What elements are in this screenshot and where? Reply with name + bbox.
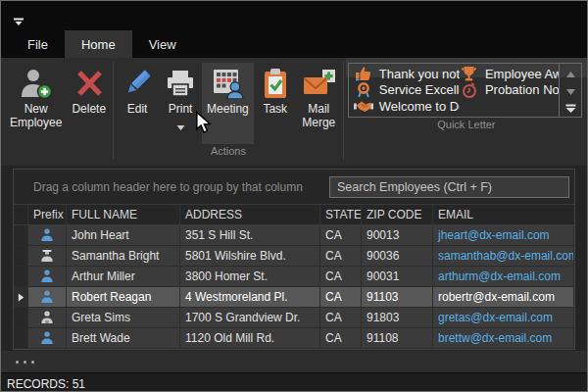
cell-full-name: Brett Wade xyxy=(67,328,180,348)
delete-button[interactable]: Delete xyxy=(67,63,111,144)
cell-email[interactable]: brettw@dx-email.com xyxy=(433,328,574,348)
search-input[interactable] xyxy=(329,176,569,198)
trophy-icon xyxy=(460,66,479,81)
table-row-greta-sims[interactable]: Greta Sims1700 S Grandview Dr.CA91803gre… xyxy=(14,308,574,328)
quick-letter-gallery: Thank you noteService ExcellenceWelcome … xyxy=(348,63,582,118)
grid-header-row: PrefixFULL NAMEADDRESSSTATEZIP CODEEMAIL xyxy=(14,204,574,225)
gallery-item-service-excellence[interactable]: Service Excellence xyxy=(354,82,460,99)
table-row-samantha-bright[interactable]: Samantha Bright5801 Wilshire Blvd.CA9003… xyxy=(14,246,574,267)
ribbon-button-row: EditPrintMeetingTaskMail Merge xyxy=(116,58,341,144)
gallery-item-thank-you-note[interactable]: Thank you note xyxy=(354,66,460,82)
cell-email[interactable]: jheart@dx-email.com xyxy=(433,225,574,245)
column-header-zip-code[interactable]: ZIP CODE xyxy=(362,205,433,224)
row-indicator xyxy=(14,267,28,286)
gallery-item-label: Welcome to DevAV xyxy=(379,99,460,114)
cell-state: CA xyxy=(320,287,362,307)
gallery-item-label: Thank you note xyxy=(379,67,460,81)
gallery-expand-icon xyxy=(565,99,576,117)
cell-full-name: Arthur Miller xyxy=(67,267,180,286)
overflow-dots-strip[interactable] xyxy=(1,351,587,372)
clock-icon xyxy=(460,82,479,98)
column-header-prefix[interactable]: Prefix xyxy=(28,205,67,224)
records-count: RECORDS: 51 xyxy=(7,377,85,391)
grid-body: John Heart351 S Hill St.CA90013jheart@dx… xyxy=(14,225,574,349)
cell-full-name: John Heart xyxy=(67,225,180,245)
dropdown-arrow-icon xyxy=(176,120,185,133)
print-icon xyxy=(165,65,196,102)
cell-state: CA xyxy=(320,308,362,327)
cell-zip-code: 90013 xyxy=(362,225,433,245)
cell-state: CA xyxy=(320,246,362,266)
cell-state: CA xyxy=(320,328,362,348)
table-row-brett-wade[interactable]: Brett Wade1120 Old Mill Rd.CA91108brettw… xyxy=(14,328,574,349)
gallery-item-probation-notice[interactable]: Probation Notice xyxy=(460,82,559,99)
cell-zip-code: 90036 xyxy=(362,246,433,266)
table-row-arthur-miller[interactable]: Arthur Miller3800 Homer St.CA90031arthur… xyxy=(14,267,574,287)
cell-email[interactable]: gretas@dx-email.com xyxy=(433,308,574,327)
meeting-button[interactable]: Meeting xyxy=(202,63,254,144)
gallery-scroll-up-button[interactable] xyxy=(560,64,581,81)
gallery-item-welcome-to-devav[interactable]: Welcome to DevAV xyxy=(354,98,460,115)
mail-merge-button[interactable]: Mail Merge xyxy=(297,63,341,144)
scroll-down-icon xyxy=(566,81,575,99)
cell-zip-code: 91103 xyxy=(362,287,433,307)
male-person-icon xyxy=(28,267,67,286)
gallery-scroll-strip xyxy=(559,64,581,117)
row-indicator-header xyxy=(14,205,28,224)
quick-access-chevron-icon[interactable] xyxy=(13,13,24,30)
table-row-robert-reagan[interactable]: Robert Reagan4 Westmoreland Pl.CA91103ro… xyxy=(14,287,574,308)
column-header-full-name[interactable]: FULL NAME xyxy=(67,205,180,224)
tab-file[interactable]: File xyxy=(11,30,65,58)
table-row-john-heart[interactable]: John Heart351 S Hill St.CA90013jheart@dx… xyxy=(14,225,574,246)
row-indicator xyxy=(14,225,28,245)
gallery-expand-button[interactable] xyxy=(560,99,581,117)
cell-zip-code: 90031 xyxy=(362,267,433,286)
print-button[interactable]: Print xyxy=(159,63,202,144)
row-indicator xyxy=(14,328,28,348)
scroll-up-icon xyxy=(566,64,575,81)
gallery-item-label: Service Excellence xyxy=(379,82,460,97)
male-person-icon xyxy=(28,287,67,307)
cell-email[interactable]: samanthab@dx-email.com xyxy=(433,246,574,266)
dot-icon xyxy=(31,361,34,364)
dot-icon xyxy=(16,361,19,364)
cell-address: 5801 Wilshire Blvd. xyxy=(180,246,320,266)
group-panel-hint: Drag a column header here to group by th… xyxy=(33,180,303,194)
column-header-email[interactable]: EMAIL xyxy=(433,205,574,224)
ribbon-group-caption xyxy=(5,144,111,161)
edit-button[interactable]: Edit xyxy=(116,63,159,144)
task-button[interactable]: Task xyxy=(254,63,297,144)
cell-email[interactable]: robertr@dx-email.com xyxy=(433,287,574,307)
cell-state: CA xyxy=(320,267,362,286)
new-employee-icon xyxy=(20,65,53,102)
button-label: Mail Merge xyxy=(302,102,335,129)
button-label: Meeting xyxy=(207,102,249,116)
title-bar xyxy=(1,1,587,30)
column-header-state[interactable]: STATE xyxy=(320,205,362,224)
column-header-address[interactable]: ADDRESS xyxy=(180,205,320,224)
male-person-icon xyxy=(28,328,67,348)
ribbon-group-separator xyxy=(343,62,344,160)
cell-address: 1700 S Grandview Dr. xyxy=(180,308,320,327)
status-bar: RECORDS: 51 xyxy=(1,372,587,392)
ribbon-tab-row: FileHomeView xyxy=(1,30,587,58)
male-person-icon xyxy=(28,225,67,245)
ribbon-button-row: New EmployeeDelete xyxy=(5,58,111,144)
button-label: Delete xyxy=(72,102,106,116)
ribbon-group-separator xyxy=(113,62,114,160)
button-label: New Employee xyxy=(10,102,62,129)
cell-email[interactable]: arthurm@dx-email.com xyxy=(433,267,574,286)
button-label: Edit xyxy=(127,102,148,116)
gallery-scroll-down-button[interactable] xyxy=(560,81,581,99)
new-employee-button[interactable]: New Employee xyxy=(5,63,67,144)
meeting-icon xyxy=(211,65,244,102)
thumbs-up-icon xyxy=(354,66,373,81)
gallery-item-employee-award[interactable]: Employee Award xyxy=(460,66,559,82)
medal-icon xyxy=(354,82,373,98)
cell-zip-code: 91108 xyxy=(362,328,433,348)
tab-home[interactable]: Home xyxy=(65,30,132,58)
gallery-item-label: Probation Notice xyxy=(485,82,559,97)
tab-view[interactable]: View xyxy=(132,30,193,58)
client-area: Drag a column header here to group by th… xyxy=(1,166,587,350)
ribbon-group-caption: Actions xyxy=(116,144,341,161)
